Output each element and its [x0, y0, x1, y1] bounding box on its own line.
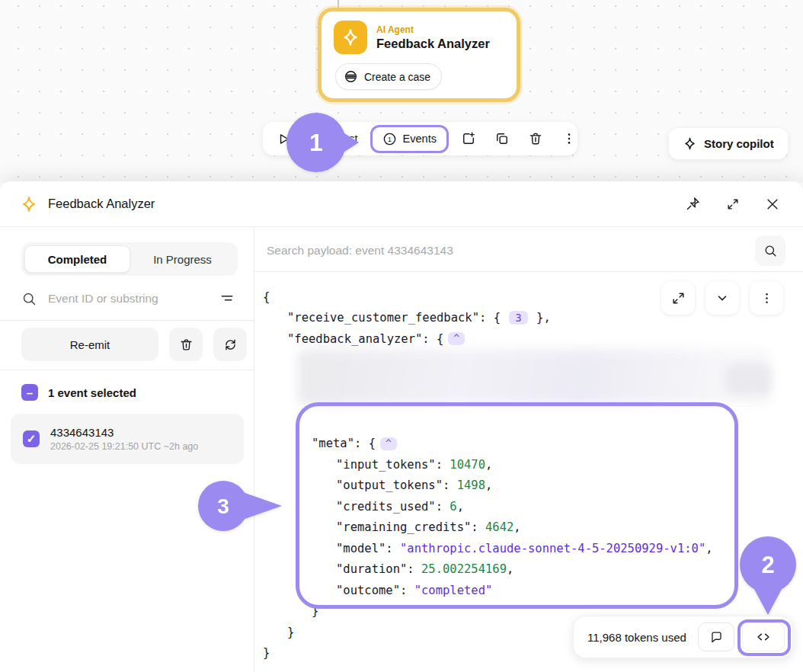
pin-icon: [685, 196, 701, 212]
close-icon: [765, 197, 780, 212]
expand-icon: [725, 197, 741, 212]
event-search-row: [21, 283, 238, 314]
comment-button[interactable]: [698, 622, 734, 651]
select-all-checkbox-indeterminate[interactable]: –: [21, 384, 38, 401]
svg-text:1: 1: [388, 135, 392, 142]
tokens-used-label: 11,968 tokens used: [587, 631, 690, 644]
create-a-case-chip[interactable]: Create a case: [335, 63, 442, 90]
collapse-caret-badge[interactable]: ^: [380, 437, 397, 450]
panel-title: Feedback Analyzer: [48, 197, 155, 211]
tokens-used-pill: 11,968 tokens used: [573, 616, 793, 658]
sidebar-divider-1: [0, 320, 254, 321]
pin-panel-button[interactable]: [682, 193, 704, 215]
export-icon: [461, 131, 476, 146]
kebab-menu-icon: [760, 291, 774, 306]
feedback-analyzer-sparkle-icon: [20, 195, 38, 213]
delete-node-button[interactable]: [522, 126, 549, 151]
close-panel-button[interactable]: [762, 194, 783, 215]
filter-button[interactable]: [216, 288, 238, 309]
event-checkbox-checked[interactable]: ✓: [23, 430, 40, 447]
trash-icon: [179, 338, 194, 352]
app-window: AI Agent Feedback Analyzer Create a case…: [0, 0, 803, 672]
event-list-item[interactable]: ✓ 4334643143 2026-02-25 19:21:50 UTC ~2h…: [11, 414, 244, 464]
chevron-down-icon: [715, 291, 729, 305]
events-panel: Feedback Analyzer: [0, 181, 803, 672]
payload-divider: [254, 271, 803, 272]
story-copilot-label: Story copilot: [704, 137, 774, 150]
sparkle-icon: [683, 136, 697, 151]
trash-icon: [528, 131, 543, 146]
status-tabs: Completed In Progress: [21, 242, 238, 276]
delete-events-button[interactable]: [169, 328, 203, 361]
workflow-node-feedback-analyzer[interactable]: AI Agent Feedback Analyzer Create a case: [318, 8, 520, 102]
refresh-events-button[interactable]: [213, 328, 247, 361]
node-title: Feedback Analyzer: [376, 37, 490, 51]
expand-panel-button[interactable]: [722, 194, 744, 215]
kebab-menu-icon: [561, 131, 577, 146]
svg-text:1: 1: [309, 129, 323, 156]
event-id: 4334643143: [50, 426, 198, 439]
collapsed-content-blur-blob: [725, 364, 771, 395]
node-type-label: AI Agent: [376, 24, 490, 35]
node-more-menu-button[interactable]: [555, 126, 583, 151]
events-label: Events: [403, 133, 437, 145]
ai-agent-sparkle-icon: [334, 21, 367, 54]
payload-search-button[interactable]: [755, 235, 785, 266]
code-brackets-icon: [755, 629, 772, 645]
selection-summary-label: 1 event selected: [48, 386, 136, 399]
sidebar-divider: [254, 227, 254, 672]
sidebar-divider-2: [0, 370, 254, 370]
annotation-balloon-3: 3: [198, 481, 283, 531]
svg-text:3: 3: [217, 494, 229, 518]
export-node-button[interactable]: [455, 126, 482, 151]
duplicate-node-button[interactable]: [488, 126, 516, 151]
payload-more-menu-button[interactable]: [750, 281, 783, 315]
payload-search-input[interactable]: [267, 241, 739, 261]
annotation-ring-events: 1 Events: [370, 125, 449, 153]
re-emit-button[interactable]: Re-emit: [21, 328, 158, 361]
panel-header: Feedback Analyzer: [0, 181, 803, 226]
workflow-canvas[interactable]: AI Agent Feedback Analyzer Create a case…: [0, 0, 803, 183]
event-search-input[interactable]: [48, 292, 206, 306]
collapse-caret-badge[interactable]: ^: [448, 332, 465, 345]
chat-bubble-icon: [709, 630, 724, 645]
selection-summary-row: – 1 event selected: [21, 384, 136, 401]
search-icon: [763, 244, 778, 258]
create-a-case-label: Create a case: [364, 71, 430, 83]
event-timestamp: 2026-02-25 19:21:50 UTC ~2h ago: [50, 441, 198, 452]
story-copilot-button[interactable]: Story copilot: [669, 128, 788, 159]
events-count-icon: 1: [382, 132, 397, 146]
header-divider: [0, 226, 803, 227]
case-queue-icon: [344, 69, 358, 84]
refresh-icon: [223, 338, 238, 352]
tab-completed[interactable]: Completed: [24, 245, 130, 273]
filter-icon: [219, 291, 235, 306]
search-icon: [21, 291, 37, 307]
collapsed-count-badge[interactable]: 3: [509, 311, 527, 325]
tab-in-progress[interactable]: In Progress: [130, 245, 235, 273]
copy-icon: [494, 131, 510, 146]
events-button[interactable]: 1 Events: [373, 128, 446, 150]
annotation-balloon-1: 1: [286, 113, 360, 172]
svg-text:2: 2: [761, 552, 774, 578]
payload-json-viewer[interactable]: {"receive_customer_feedback": { 3 },"fee…: [263, 286, 713, 664]
view-code-button[interactable]: [742, 622, 785, 651]
annotation-balloon-2: 2: [737, 536, 798, 616]
